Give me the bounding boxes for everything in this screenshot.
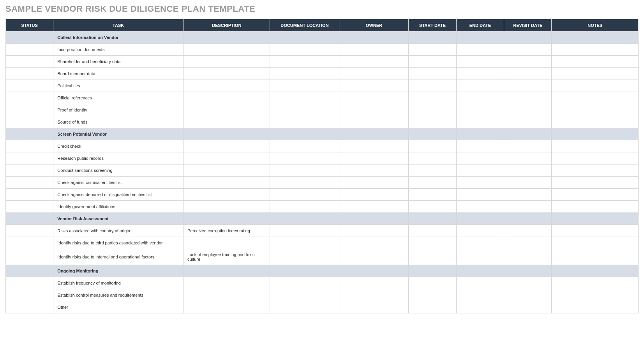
cell-task[interactable]: Incorporation documents — [53, 44, 183, 56]
cell-status[interactable] — [6, 116, 53, 128]
cell-owner[interactable] — [339, 225, 409, 237]
cell-revisit[interactable] — [504, 177, 552, 189]
cell-location[interactable] — [270, 44, 339, 56]
cell-notes[interactable] — [552, 237, 639, 249]
cell-status[interactable] — [6, 177, 53, 189]
cell-notes[interactable] — [552, 32, 639, 44]
cell-task[interactable]: Identify risks due to internal and opera… — [53, 249, 183, 265]
cell-status[interactable] — [6, 265, 53, 277]
cell-end[interactable] — [456, 68, 504, 80]
cell-notes[interactable] — [552, 177, 639, 189]
cell-start[interactable] — [409, 237, 456, 249]
cell-status[interactable] — [6, 140, 53, 152]
cell-notes[interactable] — [552, 277, 639, 289]
cell-task[interactable]: Ongoing Monitoring — [53, 265, 183, 277]
cell-status[interactable] — [6, 128, 53, 140]
cell-end[interactable] — [456, 277, 504, 289]
cell-description[interactable] — [183, 189, 270, 201]
cell-revisit[interactable] — [504, 289, 552, 301]
cell-notes[interactable] — [552, 116, 639, 128]
cell-location[interactable] — [270, 32, 339, 44]
cell-task[interactable]: Research public records — [53, 152, 183, 165]
cell-location[interactable] — [270, 265, 339, 277]
cell-location[interactable] — [270, 177, 339, 189]
cell-owner[interactable] — [339, 104, 409, 116]
cell-end[interactable] — [456, 289, 504, 301]
cell-revisit[interactable] — [504, 32, 552, 44]
cell-description[interactable] — [183, 140, 270, 152]
cell-end[interactable] — [456, 116, 504, 128]
cell-notes[interactable] — [552, 265, 639, 277]
cell-location[interactable] — [270, 56, 339, 68]
cell-start[interactable] — [409, 301, 456, 313]
cell-start[interactable] — [409, 201, 456, 213]
cell-status[interactable] — [6, 237, 53, 249]
cell-status[interactable] — [6, 32, 53, 44]
cell-revisit[interactable] — [504, 201, 552, 213]
cell-task[interactable]: Collect Information on Vendor — [53, 32, 183, 44]
cell-status[interactable] — [6, 189, 53, 201]
cell-owner[interactable] — [339, 301, 409, 313]
cell-start[interactable] — [409, 277, 456, 289]
cell-owner[interactable] — [339, 277, 409, 289]
cell-owner[interactable] — [339, 237, 409, 249]
cell-description[interactable] — [183, 301, 270, 313]
cell-revisit[interactable] — [504, 104, 552, 116]
cell-description[interactable] — [183, 44, 270, 56]
cell-status[interactable] — [6, 92, 53, 104]
cell-owner[interactable] — [339, 68, 409, 80]
cell-notes[interactable] — [552, 56, 639, 68]
cell-start[interactable] — [409, 140, 456, 152]
cell-location[interactable] — [270, 301, 339, 313]
cell-owner[interactable] — [339, 92, 409, 104]
cell-end[interactable] — [456, 128, 504, 140]
cell-description[interactable] — [183, 68, 270, 80]
cell-description[interactable] — [183, 32, 270, 44]
cell-description[interactable] — [183, 152, 270, 165]
cell-revisit[interactable] — [504, 140, 552, 152]
cell-revisit[interactable] — [504, 116, 552, 128]
cell-task[interactable]: Vendor Risk Assessment — [53, 213, 183, 225]
cell-location[interactable] — [270, 92, 339, 104]
cell-notes[interactable] — [552, 213, 639, 225]
cell-owner[interactable] — [339, 213, 409, 225]
cell-revisit[interactable] — [504, 165, 552, 177]
cell-status[interactable] — [6, 56, 53, 68]
cell-start[interactable] — [409, 177, 456, 189]
cell-location[interactable] — [270, 104, 339, 116]
cell-description[interactable] — [183, 104, 270, 116]
cell-start[interactable] — [409, 104, 456, 116]
cell-status[interactable] — [6, 301, 53, 313]
cell-task[interactable]: Source of funds — [53, 116, 183, 128]
cell-revisit[interactable] — [504, 44, 552, 56]
cell-end[interactable] — [456, 152, 504, 165]
cell-start[interactable] — [409, 249, 456, 265]
cell-start[interactable] — [409, 152, 456, 165]
cell-location[interactable] — [270, 165, 339, 177]
cell-owner[interactable] — [339, 201, 409, 213]
cell-status[interactable] — [6, 277, 53, 289]
cell-end[interactable] — [456, 44, 504, 56]
cell-start[interactable] — [409, 32, 456, 44]
cell-location[interactable] — [270, 249, 339, 265]
cell-location[interactable] — [270, 68, 339, 80]
cell-task[interactable]: Credit check — [53, 140, 183, 152]
cell-start[interactable] — [409, 116, 456, 128]
cell-task[interactable]: Shareholder and beneficiary data — [53, 56, 183, 68]
cell-end[interactable] — [456, 32, 504, 44]
cell-end[interactable] — [456, 80, 504, 92]
cell-end[interactable] — [456, 177, 504, 189]
cell-task[interactable]: Establish frequency of monitoring — [53, 277, 183, 289]
cell-task[interactable]: Identify government affiliations — [53, 201, 183, 213]
cell-owner[interactable] — [339, 44, 409, 56]
cell-owner[interactable] — [339, 140, 409, 152]
cell-notes[interactable] — [552, 104, 639, 116]
cell-revisit[interactable] — [504, 213, 552, 225]
cell-owner[interactable] — [339, 165, 409, 177]
cell-revisit[interactable] — [504, 152, 552, 165]
cell-location[interactable] — [270, 128, 339, 140]
cell-end[interactable] — [456, 189, 504, 201]
cell-location[interactable] — [270, 201, 339, 213]
cell-task[interactable]: Establish control measures and requireme… — [53, 289, 183, 301]
cell-location[interactable] — [270, 213, 339, 225]
